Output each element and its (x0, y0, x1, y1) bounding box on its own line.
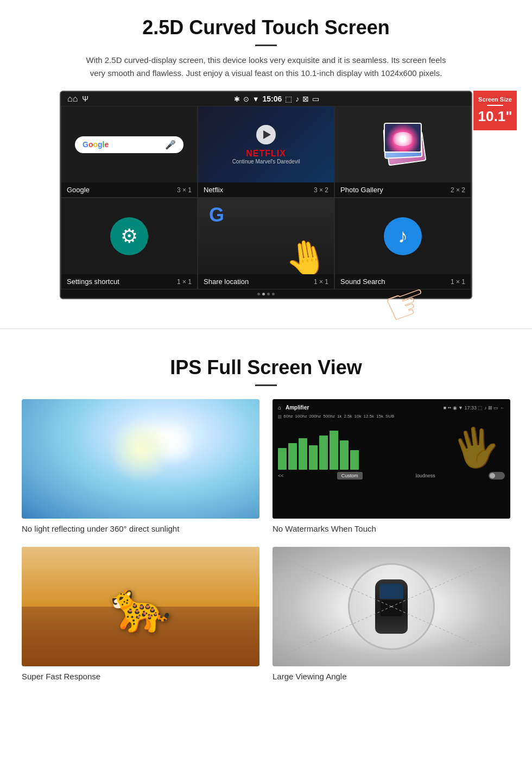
home-icon: ⌂ (67, 94, 78, 104)
netflix-bg: NETFLIX Continue Marvel's Daredevil (198, 106, 334, 182)
section1-title: 2.5D Curved Touch Screen (33, 16, 499, 39)
gallery-cell-label: Photo Gallery 2 × 2 (335, 182, 471, 197)
gallery-bg (335, 106, 471, 182)
netflix-cell-content: NETFLIX Continue Marvel's Daredevil (198, 106, 334, 182)
settings-cell-label: Settings shortcut 1 × 1 (61, 274, 197, 289)
hand-touch-icon: 🤚 (282, 235, 332, 274)
cheetah-icon: 🐆 (110, 578, 171, 635)
feature-sunlight-label: No light reflecting under 360° direct su… (22, 524, 179, 533)
volume-icon: ♪ (295, 94, 299, 103)
dot-4 (272, 293, 275, 295)
music-note-icon: ♪ (398, 225, 408, 248)
netflix-name: Netflix (204, 186, 223, 194)
sound-search-size: 1 × 1 (451, 278, 465, 286)
netflix-subtitle-text: Continue Marvel's Daredevil (232, 159, 300, 165)
grid-cell-settings[interactable]: ⚙ Settings shortcut 1 × 1 (61, 198, 198, 289)
netflix-cell-label: Netflix 3 × 2 (198, 182, 334, 197)
google-mic-icon: 🎤 (165, 140, 176, 150)
sunlight-visual (22, 399, 259, 519)
badge-divider (487, 105, 503, 106)
status-center: ✱ ⊙ ▼ 15:06 ⬚ ♪ ⊠ ▭ (234, 94, 320, 103)
feature-fast-response: 🐆 Super Fast Response (22, 547, 259, 682)
gallery-name: Photo Gallery (340, 186, 383, 194)
car-body (375, 579, 408, 634)
feature-fast-response-label: Super Fast Response (22, 672, 100, 681)
section-curved-screen: 2.5D Curved Touch Screen With 2.5D curve… (0, 0, 532, 312)
cheetah-visual: 🐆 (22, 547, 259, 666)
section2-divider (255, 384, 277, 386)
feature-viewing-angle-image (273, 547, 510, 666)
netflix-brand-text: NETFLIX (246, 149, 286, 159)
screen-size-label: Screen Size (477, 96, 514, 103)
share-location-name: Share location (204, 277, 249, 286)
car-circle (348, 563, 435, 650)
section-divider-line (0, 329, 532, 329)
feature-sunlight: No light reflecting under 360° direct su… (22, 399, 259, 534)
window-icon: ▭ (312, 94, 319, 103)
settings-bg: ⚙ (61, 198, 197, 274)
settings-size: 1 × 1 (177, 278, 192, 286)
feature-sunlight-image (22, 399, 259, 519)
grid-cell-share-location[interactable]: G 🤚 Share location 1 × 1 (198, 198, 334, 289)
section2-title: IPS Full Screen View (22, 356, 510, 379)
signal-icon: ▼ (252, 95, 259, 103)
device-frame: ⌂ Ψ ✱ ⊙ ▼ 15:06 ⬚ ♪ ⊠ ▭ (60, 91, 472, 299)
bluetooth-icon: ✱ (234, 95, 240, 103)
gear-icon: ⚙ (121, 225, 138, 248)
feature-fast-response-image: 🐆 (22, 547, 259, 666)
title-divider (255, 45, 277, 46)
photo-stack (381, 123, 425, 166)
share-location-content: G 🤚 (198, 198, 334, 274)
dot-2 (262, 293, 265, 295)
gallery-cell-content (335, 106, 471, 182)
sound-icon-circle: ♪ (384, 217, 422, 255)
sound-search-bg: ♪ (335, 198, 471, 274)
grid-cell-google[interactable]: Google 🎤 Google 3 × 1 (61, 106, 198, 198)
google-search-bar[interactable]: Google 🎤 (75, 136, 183, 153)
sound-search-content: ♪ (335, 198, 471, 274)
section-ips-screen: IPS Full Screen View No light reflecting… (0, 345, 532, 698)
car-roof (381, 600, 402, 616)
google-name: Google (67, 186, 90, 194)
settings-icon-circle: ⚙ (110, 217, 148, 255)
feature-viewing-angle: Large Viewing Angle (273, 547, 510, 682)
settings-cell-content: ⚙ (61, 198, 197, 274)
camera-icon: ⬚ (285, 94, 292, 103)
share-location-label: Share location 1 × 1 (198, 274, 334, 289)
device-wrapper: ⌂ Ψ ✱ ⊙ ▼ 15:06 ⬚ ♪ ⊠ ▭ (60, 91, 472, 299)
dot-1 (257, 293, 260, 295)
feature-watermarks: ⌂ Amplifier ■ •• ◉ ▼ 17:33 ⬚ ♪ ⊠ ▭ ← |||… (273, 399, 510, 534)
screen-size-badge: Screen Size 10.1" (473, 91, 517, 130)
usb-icon: Ψ (82, 94, 88, 103)
feature-viewing-angle-label: Large Viewing Angle (273, 672, 347, 681)
dot-3 (267, 293, 270, 295)
device-status-bar: ⌂ Ψ ✱ ⊙ ▼ 15:06 ⬚ ♪ ⊠ ▭ (61, 92, 471, 106)
grid-cell-gallery[interactable]: Photo Gallery 2 × 2 (334, 106, 471, 198)
pointing-hand-icon: ☞ (376, 269, 437, 337)
maps-g-icon: G (209, 204, 224, 226)
feature-watermarks-image: ⌂ Amplifier ■ •• ◉ ▼ 17:33 ⬚ ♪ ⊠ ▭ ← |||… (273, 399, 510, 519)
gallery-size: 2 × 2 (451, 186, 465, 194)
google-size: 3 × 1 (177, 186, 192, 194)
status-time: 15:06 (263, 94, 282, 103)
netflix-size: 3 × 2 (314, 186, 328, 194)
screen-size-value: 10.1" (478, 108, 512, 124)
feature-grid: No light reflecting under 360° direct su… (22, 399, 510, 682)
feature-watermarks-label: No Watermarks When Touch (273, 524, 376, 533)
play-triangle (263, 130, 271, 139)
grid-cell-netflix[interactable]: NETFLIX Continue Marvel's Daredevil Netf… (198, 106, 334, 198)
share-location-bg: G 🤚 (198, 198, 334, 274)
google-logo: Google (83, 140, 109, 149)
google-cell-content: Google 🎤 (61, 106, 197, 182)
google-cell-label: Google 3 × 1 (61, 182, 197, 197)
photo-flower (384, 123, 422, 153)
netflix-play-button[interactable] (256, 125, 276, 144)
car-visual (273, 547, 510, 666)
close-icon: ⊠ (302, 94, 309, 103)
app-grid: Google 🎤 Google 3 × 1 (61, 106, 471, 289)
hand-pointer-overlay: ☞ (385, 275, 429, 332)
share-location-size: 1 × 1 (314, 278, 328, 286)
status-left: ⌂ Ψ (67, 94, 88, 104)
settings-name: Settings shortcut (67, 277, 119, 286)
section1-description: With 2.5D curved-display screen, this de… (81, 54, 451, 80)
